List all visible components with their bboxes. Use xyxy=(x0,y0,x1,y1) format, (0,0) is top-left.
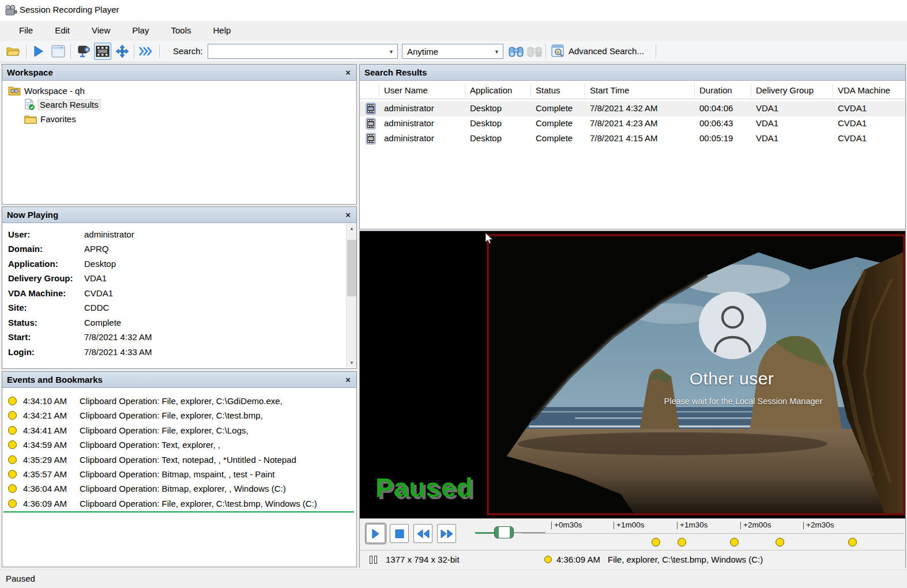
menu-help[interactable]: Help xyxy=(202,22,242,39)
triple-chevron-icon xyxy=(138,46,153,56)
menu-play[interactable]: Play xyxy=(121,22,160,39)
projector-view-button[interactable] xyxy=(75,43,92,60)
fast-forward-button[interactable] xyxy=(437,524,456,543)
event-item-1[interactable]: 4:34:10 AMClipboard Operation: File, exp… xyxy=(6,394,353,408)
seek-slider-thumb[interactable] xyxy=(494,526,514,538)
timeline-marker: +1m00s xyxy=(616,521,644,529)
field-value: administrator xyxy=(84,229,134,239)
tree-item-label[interactable]: Workspace - qh xyxy=(24,86,85,96)
cell-start: 7/8/2021 4:32 AM xyxy=(590,103,658,113)
tree-item-label[interactable]: Search Results xyxy=(38,100,100,110)
rewind-button[interactable] xyxy=(413,524,432,543)
current-event-underline xyxy=(3,511,354,512)
search-combobox[interactable]: ▼ xyxy=(208,44,398,59)
search-label: Search: xyxy=(173,46,203,56)
field-value: Complete xyxy=(84,318,121,327)
event-item-4[interactable]: 4:34:59 AMClipboard Operation: Text, exp… xyxy=(6,438,353,452)
timeline-event-dot[interactable] xyxy=(730,538,739,546)
event-item-5[interactable]: 4:35:29 AMClipboard Operation: Text, not… xyxy=(6,453,353,467)
pause-indicator-icon xyxy=(370,556,372,564)
event-item-2[interactable]: 4:34:21 AMClipboard Operation: File, exp… xyxy=(6,408,353,423)
event-dot-icon xyxy=(8,440,17,449)
play-icon xyxy=(371,529,380,539)
result-row-2[interactable]: administrator Desktop Complete 7/8/2021 … xyxy=(360,116,905,131)
move-arrows-icon xyxy=(115,44,129,58)
status-bar: Paused xyxy=(0,570,907,588)
timeline-separator xyxy=(522,533,904,534)
scrollbar-thumb[interactable] xyxy=(347,240,356,296)
more-tools-button[interactable] xyxy=(137,43,155,60)
toolbar-separator xyxy=(26,44,27,58)
status-bar-text: Paused xyxy=(6,574,35,583)
menu-file[interactable]: File xyxy=(8,22,44,39)
timeline-event-dot[interactable] xyxy=(678,538,686,546)
scroll-up-icon[interactable]: ▲ xyxy=(347,224,357,233)
col-duration[interactable]: Duration xyxy=(699,85,732,95)
search-input[interactable] xyxy=(208,44,385,58)
toolbar-separator xyxy=(70,44,71,58)
col-delivery-group[interactable]: Delivery Group xyxy=(756,85,814,95)
close-icon[interactable]: × xyxy=(344,67,352,77)
open-file-button[interactable] xyxy=(5,43,22,60)
events-panel-title: Events and Bookmarks xyxy=(7,375,103,385)
chevron-down-icon[interactable]: ▼ xyxy=(389,49,394,55)
col-vda-machine[interactable]: VDA Machine xyxy=(838,85,890,95)
col-start-time[interactable]: Start Time xyxy=(590,85,629,95)
menu-bar: File Edit View Play Tools Help xyxy=(0,21,907,40)
advanced-search-label[interactable]: Advanced Search... xyxy=(569,46,644,56)
event-item-8[interactable]: 4:36:09 AMClipboard Operation: File, exp… xyxy=(6,496,353,511)
menu-edit[interactable]: Edit xyxy=(44,22,81,39)
window-view-button[interactable] xyxy=(50,43,67,60)
cell-status: Complete xyxy=(536,133,573,143)
close-icon[interactable]: × xyxy=(344,210,352,220)
menu-view[interactable]: View xyxy=(81,22,121,39)
field-label: User: xyxy=(8,229,30,239)
col-status[interactable]: Status xyxy=(536,85,560,95)
player-panel: Other user Please wait for the Local Ses… xyxy=(359,231,906,568)
person-icon xyxy=(699,292,766,359)
workspace-folder-icon xyxy=(8,85,21,96)
col-application[interactable]: Application xyxy=(470,85,512,95)
chevron-down-icon[interactable]: ▼ xyxy=(494,49,499,55)
tree-item-favorites[interactable]: Favorites xyxy=(24,112,76,125)
timeline-event-dot[interactable] xyxy=(848,538,857,546)
pan-view-button[interactable] xyxy=(114,43,131,60)
play-button-toolbar[interactable] xyxy=(30,43,47,60)
search-results-doc-icon xyxy=(24,99,35,110)
recording-viewport: Other user Please wait for the Local Ses… xyxy=(487,234,905,515)
col-user-name[interactable]: User Name xyxy=(384,85,428,95)
binoculars-stop-icon xyxy=(527,45,542,58)
result-row-1[interactable]: administrator Desktop Complete 7/8/2021 … xyxy=(360,101,905,116)
close-icon[interactable]: × xyxy=(344,375,352,385)
filmstrip-view-button[interactable] xyxy=(94,43,111,60)
advanced-search-button[interactable]: e xyxy=(550,43,567,60)
timeline-event-dot[interactable] xyxy=(652,538,660,546)
timeline-event-dot[interactable] xyxy=(776,538,784,546)
toolbar-separator xyxy=(545,44,546,58)
now-playing-scrollbar[interactable]: ▲ ▼ xyxy=(346,224,356,368)
search-execute-button[interactable] xyxy=(507,43,525,60)
tree-item-label[interactable]: Favorites xyxy=(40,114,76,124)
scroll-down-icon[interactable]: ▼ xyxy=(347,358,357,368)
cell-group: VDA1 xyxy=(756,103,778,113)
time-filter-combobox[interactable]: Anytime ▼ xyxy=(402,44,503,59)
event-item-6[interactable]: 4:35:57 AMClipboard Operation: Bitmap, m… xyxy=(6,467,353,481)
event-dot-icon xyxy=(8,455,17,464)
event-item-7[interactable]: 4:36:04 AMClipboard Operation: Bitmap, e… xyxy=(6,481,353,496)
timeline-marker: +0m30s xyxy=(554,521,582,529)
event-item-3[interactable]: 4:34:41 AMClipboard Operation: File, exp… xyxy=(6,423,353,438)
now-playing-panel-title: Now Playing xyxy=(7,210,58,220)
field-status: Status:Complete xyxy=(8,318,343,332)
stop-button[interactable] xyxy=(390,524,409,543)
workspace-panel-title: Workspace xyxy=(7,67,53,77)
recording-filmstrip-icon xyxy=(366,118,376,130)
menu-tools[interactable]: Tools xyxy=(160,22,202,39)
tree-item-search-results[interactable]: Search Results xyxy=(24,98,100,111)
video-area[interactable]: Other user Please wait for the Local Ses… xyxy=(360,231,905,518)
play-button[interactable] xyxy=(366,524,385,543)
result-row-3[interactable]: administrator Desktop Complete 7/8/2021 … xyxy=(360,131,905,146)
paused-overlay: Paused xyxy=(375,472,473,503)
tree-item-workspace[interactable]: Workspace - qh xyxy=(8,84,85,97)
player-controls: +0m30s +1m00s +1m30s +2m00s +2m30s xyxy=(360,518,905,550)
field-value: CVDA1 xyxy=(84,288,113,298)
